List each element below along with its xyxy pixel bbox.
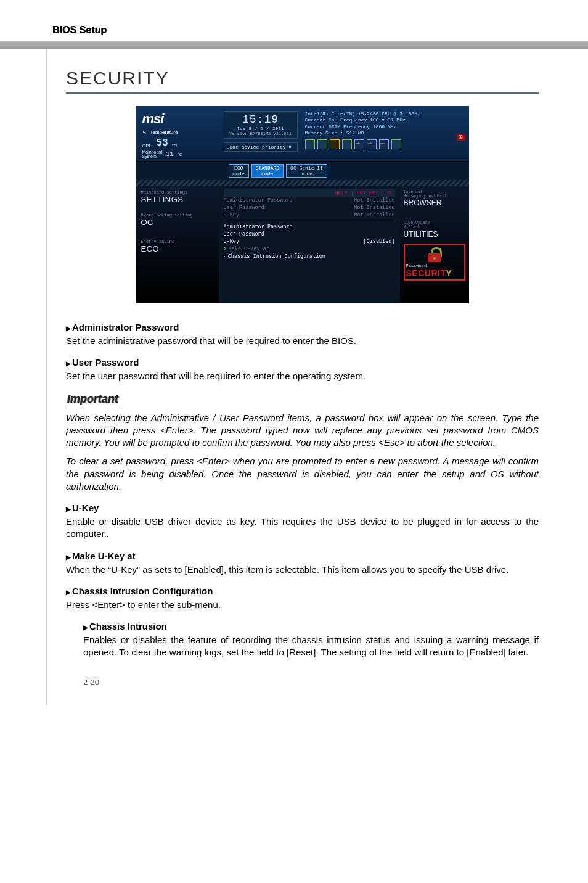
mode-tabs: ECO mode STANDARD mode OC Genie II mode <box>136 162 469 180</box>
cpu-temp-unit: °C <box>172 143 178 149</box>
boot-device-icons <box>305 139 463 149</box>
settings-label: SETTINGS <box>141 195 215 204</box>
row-user-password-status: User PasswordNot Installed <box>224 204 395 212</box>
page-header: BIOS Setup <box>52 25 107 35</box>
text-admin-password: Set the administrative password that wil… <box>66 335 539 347</box>
eco-caption: Energy saving <box>141 239 215 244</box>
heading-make-ukey: ▶Make U-Key at <box>66 551 539 561</box>
text-chassis-config: Press <Enter> to enter the sub-menu. <box>66 599 539 611</box>
usb-icon-2[interactable] <box>367 139 377 149</box>
clock-date: Tue 8 / 2 / 2011 <box>228 126 293 131</box>
system-info-block: Intel(R) Core(TM) i5-2400 CPU @ 3.10GHz … <box>305 111 463 149</box>
triangle-icon: ▶ <box>66 325 71 332</box>
sidebar-item-settings[interactable]: Mainboard settings SETTINGS <box>141 190 215 204</box>
heading-admin-password: ▶Administrator Password <box>66 322 539 332</box>
oc-caption: Overclocking setting <box>141 213 215 218</box>
sysinfo-cpu-freq: Current Cpu Frequency 100 x 31 MHz <box>305 117 463 123</box>
tab-standard-mode[interactable]: STANDARD mode <box>251 164 284 178</box>
heading-chassis-config: ▶Chassis Intrusion Configuration <box>66 586 539 596</box>
triangle-icon: ▶ <box>66 506 71 512</box>
bios-version: Version E7750IMS V11.0B1 <box>228 131 293 136</box>
oc-label: OC <box>141 218 215 227</box>
sysinfo-dram-freq: Current DRAM Frequency 1066 MHz <box>305 124 463 130</box>
heading-important: Important <box>66 393 120 408</box>
page-number: 2-20 <box>66 678 539 687</box>
heading-user-password: ▶User Password <box>66 357 539 368</box>
row-ukey-status: U-KeyNot Installed <box>224 212 395 219</box>
usb-icon-3[interactable] <box>379 139 389 149</box>
security-caption: Password <box>406 263 463 268</box>
lock-icon <box>425 247 444 262</box>
security-label: SECURITY <box>406 268 463 278</box>
sysinfo-cpu: Intel(R) Core(TM) i5-2400 CPU @ 3.10GHz <box>305 111 463 117</box>
msi-logo: msi <box>142 111 216 127</box>
cpu-temperature-value: 53 <box>156 138 168 149</box>
heading-ukey: ▶U-Key <box>66 503 539 513</box>
row-admin-password[interactable]: Administrator Password <box>224 223 395 231</box>
left-sidebar: Mainboard settings SETTINGS Overclocking… <box>136 186 219 303</box>
sidebar-item-security-highlighted[interactable]: Password SECURITY <box>404 244 465 281</box>
mainboard-temperature-value: 31 <box>166 151 174 158</box>
row-chassis-intrusion-config[interactable]: Chassis Intrusion Configuration <box>224 253 395 260</box>
utilities-caption: Live Update M-Flash <box>404 221 465 229</box>
separator <box>224 221 395 221</box>
boot-device-priority-button[interactable]: Boot device priority » <box>224 142 298 152</box>
row-user-password[interactable]: User Password <box>224 231 395 238</box>
cpu-label: CPU <box>142 143 153 149</box>
mainboard-label: Mainboard System <box>142 150 163 158</box>
sidebar-item-browser[interactable]: Internet Messaging and Mail BROWSER <box>404 190 465 207</box>
hdd-icon[interactable] <box>317 139 327 149</box>
floppy-icon[interactable] <box>305 139 315 149</box>
row-make-ukey[interactable]: Make U-Key at <box>224 245 395 253</box>
tab-ocgenie-mode[interactable]: OC Genie II mode <box>286 164 327 178</box>
usb-icon[interactable] <box>354 139 364 149</box>
sidebar-item-utilities[interactable]: Live Update M-Flash UTILITIES <box>404 221 465 238</box>
stripe-separator <box>136 180 469 186</box>
text-make-ukey: When the “U-Key” as sets to [Enabled], t… <box>66 564 539 576</box>
utilities-label: UTILITIES <box>404 230 465 239</box>
text-chassis-intrusion: Enables or disables the feature of recor… <box>83 634 539 659</box>
right-sidebar: Internet Messaging and Mail BROWSER Live… <box>400 186 469 303</box>
help-hotkey-bar[interactable]: HELP | HOT KEY | ⟳ <box>224 189 395 197</box>
sysinfo-mem: Memory Size : 512 MB <box>305 130 463 136</box>
cd-icon[interactable] <box>330 139 340 149</box>
eco-label: ECO <box>141 244 215 253</box>
text-important-p1: When selecting the Administrative / User… <box>66 412 539 450</box>
text-important-p2: To clear a set password, press <Enter> w… <box>66 455 539 493</box>
drive-icon[interactable] <box>342 139 352 149</box>
triangle-icon: ▶ <box>83 624 88 631</box>
header-separator-bar <box>0 41 588 49</box>
browser-caption: Internet Messaging and Mail <box>404 190 465 199</box>
temperature-label: Temperature <box>150 129 178 135</box>
settings-caption: Mainboard settings <box>141 190 215 195</box>
triangle-icon: ▶ <box>66 360 71 367</box>
tab-eco-mode[interactable]: ECO mode <box>229 164 249 178</box>
browser-label: BROWSER <box>404 199 465 207</box>
center-panel: HELP | HOT KEY | ⟳ Administrator Passwor… <box>219 186 400 303</box>
mb-temp-unit: °C <box>178 152 182 157</box>
bios-screenshot: msi ↖ Temperature CPU 53°C Mainboard Sys… <box>136 106 469 303</box>
sidebar-item-oc[interactable]: Overclocking setting OC <box>141 213 215 227</box>
language-flag-icon[interactable]: 囯 <box>457 134 465 141</box>
cursor-icon: ↖ <box>142 129 147 135</box>
heading-chassis-intrusion: ▶Chassis Intrusion <box>83 621 539 631</box>
triangle-icon: ▶ <box>66 589 71 596</box>
triangle-icon: ▶ <box>66 554 71 561</box>
section-title: SECURITY <box>66 68 539 94</box>
text-user-password: Set the user password that will be requi… <box>66 370 539 382</box>
clock-box: 15:19 Tue 8 / 2 / 2011 Version E7750IMS … <box>224 111 298 139</box>
row-admin-password-status: Administrator PasswordNot Installed <box>224 197 395 204</box>
clock-time: 15:19 <box>228 113 293 126</box>
sidebar-item-eco[interactable]: Energy saving ECO <box>141 239 215 253</box>
network-icon[interactable] <box>391 139 401 149</box>
text-ukey: Enable or disable USB driver device as k… <box>66 515 539 541</box>
row-ukey[interactable]: U-Key[Disabled] <box>224 238 395 245</box>
